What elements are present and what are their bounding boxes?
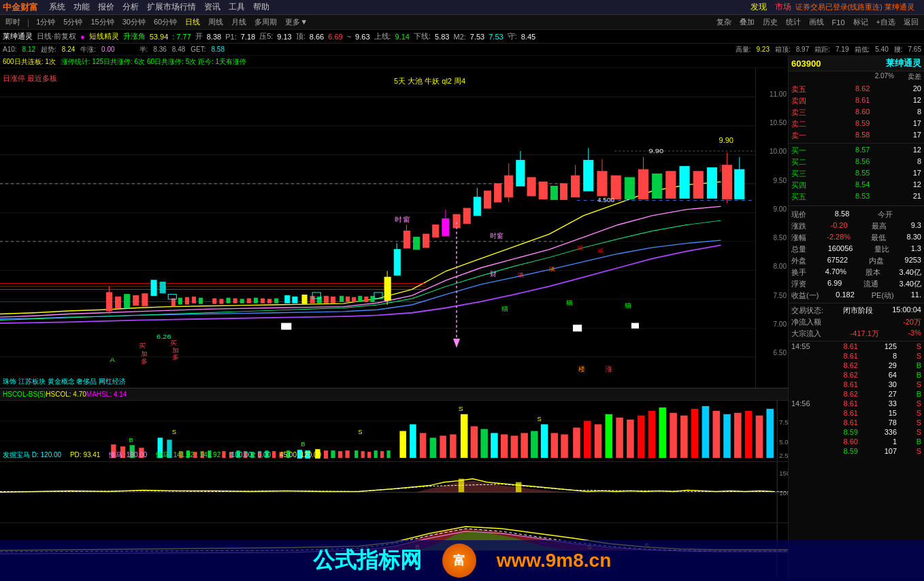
pe-label: PE(动) (872, 290, 894, 301)
bid-4-label: 买四 (791, 180, 812, 190)
tx-status: 交易状态: 闭市阶段 15:00:04 净流入额 -20万 大宗流入 -417.… (789, 303, 924, 341)
menu-function[interactable]: 功能 (69, 1, 94, 13)
svg-text:买: 买 (170, 339, 178, 346)
menu-market[interactable]: 市场 (771, 1, 795, 13)
menu-discover[interactable]: 发现 (746, 1, 771, 13)
svg-rect-200 (691, 409, 699, 458)
svg-rect-69 (484, 191, 491, 208)
app-logo: 中金财富 (3, 1, 38, 14)
tb2-realtime[interactable]: 即时 (3, 17, 23, 27)
svg-rect-191 (595, 425, 602, 458)
svg-marker-107 (453, 339, 460, 348)
svg-rect-25 (171, 299, 175, 306)
svg-rect-205 (745, 411, 753, 458)
trade-time (791, 418, 817, 427)
tb2-multiperiod[interactable]: 多周期 (252, 17, 280, 27)
trade-time (791, 361, 817, 369)
trade-row: 8.62 29 B (789, 361, 924, 370)
ask-4-price: 8.61 (840, 96, 870, 106)
trade-vol: 27 (873, 390, 897, 398)
tb2-daily[interactable]: 日线 (182, 17, 203, 27)
stock-type: 日线·前复权 (37, 31, 76, 42)
tb2-15min[interactable]: 15分钟 (88, 17, 116, 27)
trade-price: 8.61 (832, 380, 858, 388)
ask-5-label: 卖五 (791, 84, 812, 95)
bid-1-row: 买一 8.57 12 (789, 145, 924, 156)
box-width-val: 7.65 (908, 46, 921, 53)
tb2-complex[interactable]: 复杂 (714, 17, 734, 27)
tb2-more[interactable]: 更多▼ (282, 17, 310, 27)
box-val: 7.19 (836, 46, 848, 53)
menu-analysis[interactable]: 分析 (118, 1, 143, 13)
svg-rect-159 (345, 450, 349, 458)
tx-status-val: 闭市阶段 (843, 305, 873, 316)
tb2-f10[interactable]: F10 (829, 18, 848, 27)
half-val2: 8.48 (172, 46, 185, 53)
indicator-mahsl: MAHSL: 4.14 (86, 391, 127, 398)
ask-3-vol: 8 (897, 107, 921, 118)
bid-4-row: 买四 8.54 12 (789, 180, 924, 191)
float-shares-label: 流通 (863, 279, 878, 289)
menu-info[interactable]: 资讯 (200, 1, 225, 13)
tb2-weekly[interactable]: 周线 (205, 17, 226, 27)
svg-rect-51 (365, 297, 368, 301)
svg-text:猫: 猫 (567, 299, 574, 305)
tb2-30min[interactable]: 30分钟 (120, 17, 148, 27)
tb2-return[interactable]: 返回 (901, 17, 921, 27)
svg-rect-36 (254, 298, 257, 303)
menu-expand-market[interactable]: 扩展市场行情 (143, 1, 200, 13)
tb2-draw[interactable]: 画线 (806, 17, 827, 27)
tb2-add-watchlist[interactable]: +自选 (874, 17, 898, 27)
svg-rect-66 (463, 208, 470, 224)
high-val-bar: 9.23 (757, 46, 770, 53)
svg-rect-31 (220, 299, 223, 303)
trade-vol: 30 (873, 380, 897, 388)
svg-rect-158 (338, 451, 342, 458)
ask-4-label: 卖四 (791, 96, 812, 106)
main-chart-canvas[interactable]: 5天 大池 牛妖 ql2 周4 日涨停 最近多板 满 9.90 时窗 财 楼 涨 (0, 68, 788, 388)
tb2-stats[interactable]: 统计 (783, 17, 804, 27)
svg-rect-78 (550, 186, 557, 200)
svg-rect-41 (293, 297, 297, 303)
svg-rect-178 (521, 433, 528, 458)
ask-5-vol: 20 (897, 84, 921, 95)
low-val-rp: 8.30 (907, 233, 921, 243)
change-pct-label-rp: 涨幅 (791, 233, 806, 243)
menu-tools[interactable]: 工具 (225, 1, 249, 13)
menu-help[interactable]: 帮助 (249, 1, 274, 13)
menu-system[interactable]: 系统 (45, 1, 69, 13)
svg-text:A: A (110, 356, 114, 363)
menu-quote[interactable]: 报价 (94, 1, 118, 13)
stock-name: 莱绅通灵 (886, 57, 921, 69)
tb2-5min[interactable]: 5分钟 (61, 17, 85, 27)
svg-rect-40 (285, 295, 290, 303)
trade-vol: 8 (873, 352, 897, 360)
svg-rect-202 (712, 411, 720, 458)
bid-5-label: 买五 (791, 192, 812, 202)
svg-text:S: S (538, 416, 542, 422)
trade-vol: 33 (873, 399, 897, 408)
svg-rect-199 (680, 416, 688, 458)
change-pct-val-rp: -2.28% (827, 233, 851, 243)
svg-rect-192 (606, 414, 613, 458)
tb2-monthly[interactable]: 月线 (229, 17, 249, 27)
trade-time (791, 352, 817, 360)
tb2-overlay[interactable]: 叠加 (737, 17, 757, 27)
toolbar2: 即时 | 1分钟 5分钟 15分钟 30分钟 60分钟 日线 周线 月线 多周期… (0, 15, 924, 30)
total-vol-row: 总量 160056 量比 1.3 (791, 244, 921, 255)
tb2-60min[interactable]: 60分钟 (151, 17, 180, 27)
net-inflow-pct: -20万 (903, 317, 921, 327)
svg-rect-90 (653, 173, 662, 198)
tb2-mark[interactable]: 标记 (851, 17, 871, 27)
svg-text:S: S (172, 429, 176, 436)
tb2-history[interactable]: 历史 (760, 17, 780, 27)
svg-rect-103 (282, 323, 291, 329)
tb2-1min[interactable]: 1分钟 (33, 17, 58, 27)
svg-rect-105 (631, 323, 638, 328)
svg-rect-61 (423, 234, 429, 248)
bid-4-price: 8.54 (840, 180, 870, 190)
trade-bs: S (912, 380, 921, 388)
top-val: 8.66 (310, 33, 324, 41)
ask-5-price: 8.62 (840, 84, 870, 95)
turnover-row: 换手 4.70% 股本 3.40亿 (791, 267, 921, 278)
